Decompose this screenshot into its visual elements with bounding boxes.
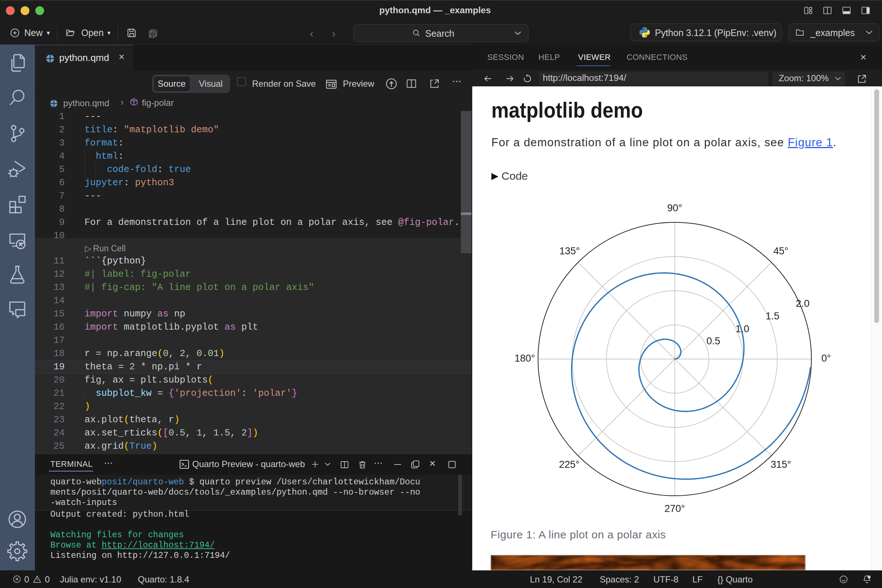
svg-text:225°: 225° <box>559 459 579 470</box>
svg-text:135°: 135° <box>560 246 580 256</box>
svg-text:0°: 0° <box>821 353 831 364</box>
svg-text:1.0: 1.0 <box>735 323 749 334</box>
svg-text:2.0: 2.0 <box>796 298 810 309</box>
svg-text:1.5: 1.5 <box>765 310 780 322</box>
svg-text:315°: 315° <box>771 459 791 470</box>
svg-text:90°: 90° <box>668 202 682 213</box>
svg-text:180°: 180° <box>514 353 535 364</box>
svg-text:45°: 45° <box>774 246 789 256</box>
svg-text:0.5: 0.5 <box>706 336 720 346</box>
svg-text:270°: 270° <box>664 503 685 514</box>
